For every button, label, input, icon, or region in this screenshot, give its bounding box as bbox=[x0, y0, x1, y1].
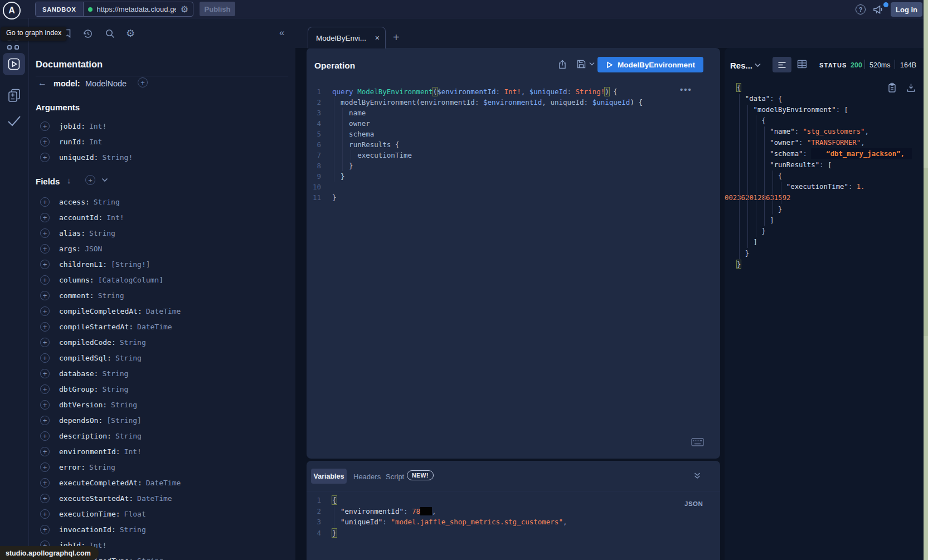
field-type[interactable]: [String!] bbox=[111, 260, 150, 269]
field-type[interactable]: String bbox=[120, 525, 146, 534]
field-type[interactable]: String bbox=[89, 463, 115, 471]
field-name[interactable]: executionTime: bbox=[59, 510, 120, 518]
field-type[interactable]: String bbox=[111, 401, 137, 409]
announcements-megaphone-icon[interactable] bbox=[872, 4, 885, 15]
field-name[interactable]: compiledSql: bbox=[59, 354, 111, 362]
back-arrow-icon[interactable]: ← bbox=[38, 78, 47, 88]
response-chevron-down-icon[interactable] bbox=[755, 63, 761, 67]
field-type[interactable]: String bbox=[89, 229, 115, 237]
field-name[interactable]: columns: bbox=[59, 276, 94, 284]
add-field-icon[interactable]: + bbox=[40, 306, 50, 316]
save-icon[interactable] bbox=[576, 59, 586, 69]
field-type[interactable]: String bbox=[98, 291, 124, 300]
tab-modelbyenvironment[interactable]: ModelByEnvi... × bbox=[308, 27, 386, 48]
field-name[interactable]: dependsOn: bbox=[59, 416, 103, 425]
variables-editor[interactable]: 1{2 "environmentId": 78,3 "uniqueId": "m… bbox=[307, 495, 719, 539]
history-icon[interactable] bbox=[82, 28, 93, 39]
field-type[interactable]: DateTime bbox=[146, 307, 181, 315]
tab-script[interactable]: Script bbox=[386, 473, 404, 481]
share-icon[interactable] bbox=[557, 59, 567, 70]
add-field-icon[interactable]: + bbox=[40, 291, 50, 300]
add-field-icon[interactable]: + bbox=[40, 338, 50, 347]
add-field-icon[interactable]: + bbox=[40, 384, 50, 394]
collapse-sidebar-icon[interactable]: « bbox=[279, 27, 284, 38]
field-type[interactable]: String! bbox=[102, 153, 133, 162]
add-all-fields-icon[interactable]: + bbox=[85, 175, 95, 185]
sidebar-item-schema[interactable] bbox=[7, 88, 22, 103]
field-name[interactable]: invocationId: bbox=[59, 525, 116, 534]
add-field-icon[interactable]: + bbox=[40, 260, 50, 269]
add-field-icon[interactable]: + bbox=[40, 462, 50, 472]
sidebar-item-checks[interactable] bbox=[7, 115, 22, 127]
add-field-icon[interactable]: + bbox=[40, 153, 50, 162]
field-name[interactable]: dbtGroup: bbox=[59, 385, 98, 393]
field-name[interactable]: access: bbox=[59, 198, 90, 206]
endpoint-url-text[interactable]: https://metadata.cloud.get bbox=[97, 5, 176, 13]
add-field-icon[interactable]: + bbox=[40, 431, 50, 441]
field-type[interactable]: [CatalogColumn] bbox=[98, 276, 163, 284]
field-type[interactable]: String bbox=[115, 432, 142, 440]
add-field-icon[interactable]: + bbox=[40, 447, 50, 456]
add-field-icon[interactable]: + bbox=[40, 353, 50, 363]
response-table-toggle[interactable] bbox=[797, 60, 807, 69]
add-field-icon[interactable]: + bbox=[40, 478, 50, 488]
run-operation-button[interactable]: ModelByEnvironment bbox=[597, 57, 703, 72]
field-type[interactable]: DateTime bbox=[137, 494, 172, 503]
sort-icon[interactable]: ↓ bbox=[67, 176, 71, 185]
add-field-icon[interactable]: + bbox=[138, 77, 148, 87]
response-viewer[interactable]: { "data": { "modelByEnvironment": [ { "n… bbox=[725, 82, 921, 270]
keyboard-shortcuts-icon[interactable] bbox=[691, 438, 704, 446]
field-name[interactable]: executeStartedAt: bbox=[59, 494, 133, 503]
field-name[interactable]: error: bbox=[59, 463, 85, 471]
field-name[interactable]: comment: bbox=[59, 291, 94, 300]
field-type[interactable]: String bbox=[102, 385, 128, 393]
response-title[interactable]: Res... bbox=[730, 61, 752, 70]
add-field-icon[interactable]: + bbox=[40, 369, 50, 378]
field-type[interactable]: DateTime bbox=[146, 479, 181, 487]
new-tab-icon[interactable]: + bbox=[393, 31, 400, 44]
field-type[interactable]: Int! bbox=[106, 213, 124, 222]
search-icon[interactable] bbox=[105, 28, 115, 39]
save-menu-chevron-icon[interactable] bbox=[589, 62, 595, 66]
add-field-icon[interactable]: + bbox=[40, 525, 50, 534]
add-field-icon[interactable]: + bbox=[40, 121, 50, 131]
field-type[interactable]: Int bbox=[89, 138, 102, 146]
field-type[interactable]: String bbox=[94, 198, 120, 206]
add-field-icon[interactable]: + bbox=[40, 416, 50, 425]
field-name[interactable]: runId: bbox=[59, 138, 85, 146]
add-field-icon[interactable]: + bbox=[40, 213, 50, 222]
field-type[interactable]: [String] bbox=[106, 416, 142, 425]
help-icon[interactable]: ? bbox=[856, 4, 866, 14]
field-type[interactable]: Float bbox=[124, 510, 146, 518]
chevron-down-icon[interactable] bbox=[101, 178, 108, 182]
field-type[interactable]: JSON bbox=[85, 245, 102, 253]
field-type[interactable]: String bbox=[120, 338, 146, 347]
tab-headers[interactable]: Headers bbox=[353, 473, 381, 481]
operation-editor[interactable]: 1query ModelByEnvironment($environmentId… bbox=[307, 86, 719, 203]
add-field-icon[interactable]: + bbox=[40, 494, 50, 503]
add-field-icon[interactable]: + bbox=[40, 244, 50, 254]
publish-button[interactable]: Publish bbox=[200, 2, 235, 16]
field-name[interactable]: alias: bbox=[59, 229, 85, 237]
add-field-icon[interactable]: + bbox=[40, 400, 50, 410]
field-name[interactable]: jobId: bbox=[59, 122, 85, 130]
add-field-icon[interactable]: + bbox=[40, 275, 50, 285]
field-type[interactable]: Int! bbox=[89, 122, 106, 130]
add-field-icon[interactable]: + bbox=[40, 509, 50, 519]
close-tab-icon[interactable]: × bbox=[375, 33, 380, 42]
field-type[interactable]: DateTime bbox=[137, 323, 172, 331]
field-name[interactable]: environmentId: bbox=[59, 447, 120, 456]
field-name[interactable]: compileCompletedAt: bbox=[59, 307, 142, 315]
field-name[interactable]: database: bbox=[59, 369, 98, 378]
field-type[interactable]: Int! bbox=[124, 447, 142, 456]
add-field-icon[interactable]: + bbox=[40, 228, 50, 238]
field-type[interactable]: String bbox=[137, 557, 163, 560]
field-name[interactable]: uniqueId: bbox=[59, 153, 98, 162]
explorer-settings-gear-icon[interactable]: ⚙ bbox=[126, 28, 135, 38]
field-name[interactable]: compileStartedAt: bbox=[59, 323, 133, 331]
endpoint-settings-gear-icon[interactable]: ⚙ bbox=[181, 5, 188, 14]
add-field-icon[interactable]: + bbox=[40, 137, 50, 147]
field-name[interactable]: description: bbox=[59, 432, 111, 440]
response-format-list-toggle[interactable] bbox=[772, 57, 791, 72]
field-name[interactable]: accountId: bbox=[59, 213, 103, 222]
